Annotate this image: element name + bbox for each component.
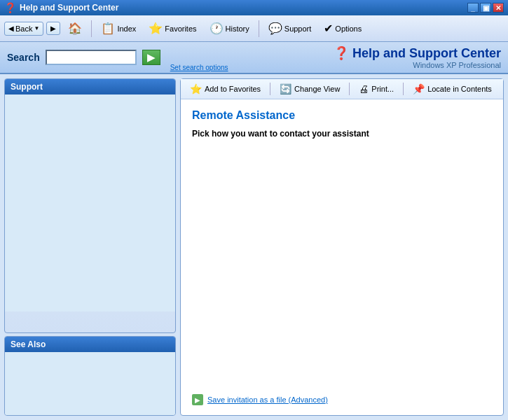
add-favorites-label: Add to Favorites	[205, 85, 261, 93]
title-icon: ❓	[4, 2, 16, 13]
support-body	[5, 94, 175, 312]
right-panel: ⭐ Add to Favorites 🔄 Change View 🖨 Print…	[180, 78, 504, 416]
add-to-favorites-button[interactable]: ⭐ Add to Favorites	[186, 82, 264, 96]
minimize-button[interactable]: _	[467, 3, 479, 13]
favorites-label: Favorites	[165, 24, 196, 33]
help-center-branding: ❓ Help and Support Center Windows XP Pro…	[334, 46, 501, 69]
main-content: Support See Also ⭐ Add to Favorites 🔄 Ch…	[0, 74, 508, 420]
action-sep-3	[403, 83, 404, 95]
support-section: Support	[4, 78, 176, 333]
print-icon: 🖨	[359, 83, 369, 94]
history-button[interactable]: 🕐 History	[205, 19, 254, 38]
change-view-icon: 🔄	[280, 83, 291, 94]
options-button[interactable]: ✔ Options	[319, 19, 366, 38]
save-invitation-link[interactable]: Save invitation as a file (Advanced)	[207, 396, 328, 404]
change-view-button[interactable]: 🔄 Change View	[276, 82, 343, 96]
index-button[interactable]: 📋 Index	[96, 19, 141, 38]
see-also-body	[5, 352, 175, 415]
back-button[interactable]: ◀ Back ▼	[4, 22, 43, 36]
add-favorites-icon: ⭐	[190, 83, 202, 94]
search-options-link[interactable]: Set search options	[170, 64, 228, 71]
toolbar: ◀ Back ▼ ▶ 🏠 📋 Index ⭐ Favorites 🕐 Histo…	[0, 15, 508, 42]
options-label: Options	[335, 24, 362, 33]
index-icon: 📋	[101, 22, 115, 35]
action-sep-2	[349, 83, 350, 95]
toolbar-separator-1	[91, 20, 92, 37]
back-label: Back	[15, 24, 32, 33]
page-title: Remote Assistance	[192, 109, 492, 122]
search-label: Search	[7, 52, 40, 63]
back-icon: ◀	[8, 24, 14, 32]
search-go-icon: ▶	[147, 52, 155, 63]
favorites-icon: ⭐	[149, 22, 163, 35]
print-button[interactable]: 🖨 Print...	[355, 82, 397, 96]
close-button[interactable]: ✕	[493, 3, 504, 13]
favorites-button[interactable]: ⭐ Favorites	[144, 19, 201, 38]
help-center-icon: ❓	[334, 46, 349, 61]
support-button[interactable]: 💬 Support	[263, 19, 317, 38]
title-bar: ❓ Help and Support Center _ ▣ ✕	[0, 0, 508, 15]
action-bar: ⭐ Add to Favorites 🔄 Change View 🖨 Print…	[181, 79, 503, 99]
locate-label: Locate in Contents	[427, 85, 492, 93]
help-center-title: Help and Support Center	[352, 46, 501, 61]
save-link-area: ▶ Save invitation as a file (Advanced)	[192, 394, 328, 405]
help-center-subtitle: Windows XP Professional	[334, 61, 501, 69]
change-view-label: Change View	[294, 85, 340, 93]
locate-in-contents-button[interactable]: 📌 Locate in Contents	[409, 82, 495, 96]
home-button[interactable]: 🏠	[63, 19, 87, 38]
save-invitation-icon: ▶	[192, 394, 203, 405]
support-label: Support	[284, 24, 312, 33]
home-icon: 🏠	[68, 22, 82, 35]
sidebar: Support See Also	[4, 78, 176, 416]
forward-button[interactable]: ▶	[46, 22, 60, 35]
print-label: Print...	[371, 85, 394, 93]
restore-button[interactable]: ▣	[480, 3, 491, 13]
search-bar: Search ▶ Set search options ❓ Help and S…	[0, 42, 508, 74]
search-input[interactable]	[46, 50, 137, 65]
options-icon: ✔	[324, 22, 333, 35]
toolbar-separator-2	[259, 20, 259, 37]
index-label: Index	[117, 24, 136, 33]
window-title: Help and Support Center	[20, 3, 118, 13]
see-also-header: See Also	[5, 337, 175, 352]
action-sep-1	[270, 83, 270, 95]
support-header: Support	[5, 79, 175, 94]
see-also-section: See Also	[4, 336, 176, 416]
support-icon: 💬	[268, 22, 282, 35]
title-controls: _ ▣ ✕	[467, 3, 504, 13]
back-dropdown-icon: ▼	[34, 25, 39, 31]
search-go-button[interactable]: ▶	[142, 50, 160, 65]
locate-icon: 📌	[413, 83, 425, 94]
page-subtitle: Pick how you want to contact your assist…	[192, 129, 492, 139]
forward-icon: ▶	[50, 24, 56, 32]
content-area: Remote Assistance Pick how you want to c…	[181, 99, 503, 415]
history-icon: 🕐	[210, 22, 224, 35]
history-label: History	[226, 24, 249, 33]
